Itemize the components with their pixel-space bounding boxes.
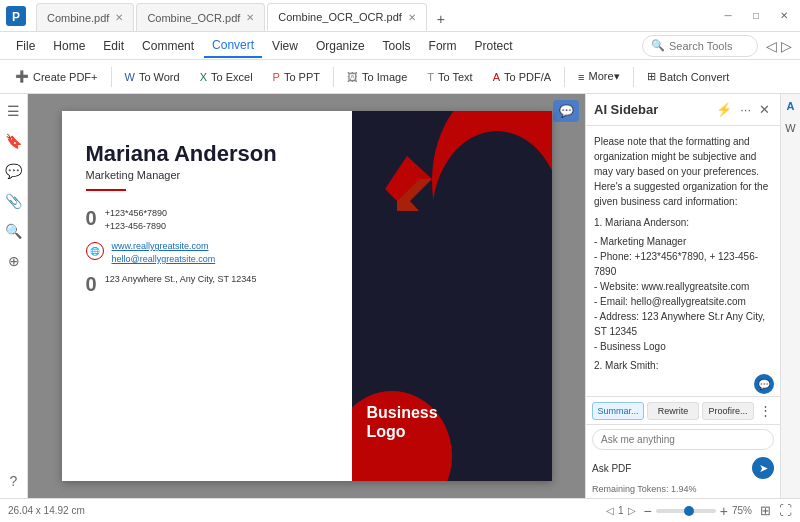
proofread-button[interactable]: Proofire... [702,402,754,420]
more-icon: ≡ [578,71,584,83]
next-page-icon[interactable]: ▷ [628,505,636,516]
tab-close-icon[interactable]: ✕ [408,12,416,23]
ai-close-icon[interactable]: ✕ [757,100,772,119]
ai-panel-icon-2[interactable]: W [783,120,799,136]
sidebar-thumbnails-icon[interactable]: ☰ [3,100,25,122]
zoom-slider[interactable] [656,509,716,513]
address-info: 123 Anywhere St., Any City, ST 12345 [105,273,257,286]
minimize-button[interactable]: ─ [716,6,740,26]
menu-comment[interactable]: Comment [134,34,202,58]
card-left: Mariana Anderson Marketing Manager 0 +12… [62,111,352,481]
ai-sidebar-header: AI Sidebar ⚡ ··· ✕ [586,94,780,126]
ai-input-area [586,424,780,454]
actions-more-icon[interactable]: ⋮ [757,401,774,420]
forward-icon[interactable]: ▷ [781,38,792,54]
summarize-button[interactable]: Summar... [592,402,644,420]
web-info: www.reallygreatsite.com hello@reallygrea… [112,240,216,265]
tab-combine-ocr-ocr-pdf[interactable]: Combine_OCR_OCR.pdf ✕ [267,3,427,31]
pdf-viewer[interactable]: 💬 Mariana Anderson Marketing Manager 0 +… [28,94,585,498]
menu-protect[interactable]: Protect [467,34,521,58]
sidebar-bookmarks-icon[interactable]: 🔖 [3,130,25,152]
ask-pdf-label: Ask PDF [592,463,631,474]
svg-text:P: P [12,10,20,24]
more-button[interactable]: ≡ More▾ [569,64,628,90]
menu-convert[interactable]: Convert [204,34,262,58]
business-card: Mariana Anderson Marketing Manager 0 +12… [62,111,552,481]
menu-view[interactable]: View [264,34,306,58]
divider2 [333,67,334,87]
website-link[interactable]: www.reallygreatsite.com [112,241,209,251]
ai-filter-icon[interactable]: ⚡ [714,100,734,119]
ai-ellipsis-icon[interactable]: ··· [738,100,753,119]
card-divider [86,189,126,191]
to-excel-button[interactable]: X To Excel [191,64,262,90]
tab-close-icon[interactable]: ✕ [246,12,254,23]
flutter-logo [377,151,437,224]
tab-label: Combine_OCR.pdf [147,12,240,24]
restore-button[interactable]: □ [744,6,768,26]
rewrite-button[interactable]: Rewrite [647,402,699,420]
to-image-button[interactable]: 🖼 To Image [338,64,416,90]
batch-convert-button[interactable]: ⊞ Batch Convert [638,64,739,90]
tab-combine-ocr-pdf[interactable]: Combine_OCR.pdf ✕ [136,3,265,31]
phone-row: 0 +123*456*7890 +123-456-7890 [86,207,328,232]
pdfa-icon: A [493,71,500,83]
tab-close-icon[interactable]: ✕ [115,12,123,23]
menu-file[interactable]: File [8,34,43,58]
ai-sidebar: AI Sidebar ⚡ ··· ✕ Please note that the … [585,94,780,498]
token-info: Remaining Tokens: 1.94% [586,482,780,498]
ai-ask-input[interactable] [592,429,774,450]
web-row: 🌐 www.reallygreatsite.com hello@reallygr… [86,240,328,265]
sidebar-search-icon[interactable]: 🔍 [3,220,25,242]
send-button[interactable]: ➤ [752,457,774,479]
fullscreen-icon[interactable]: ⛶ [779,503,792,518]
card-title: Marketing Manager [86,169,328,181]
chat-bubble-icon[interactable]: 💬 [553,100,579,122]
menu-form[interactable]: Form [421,34,465,58]
menu-home[interactable]: Home [45,34,93,58]
to-word-button[interactable]: W To Word [116,64,189,90]
zoom-level: 75% [732,505,752,516]
search-icon: 🔍 [651,39,665,52]
prev-page-icon[interactable]: ◁ [606,505,614,516]
zoom-out-icon[interactable]: − [644,503,652,519]
phone-zero: 0 [86,207,97,230]
create-icon: ➕ [15,70,29,83]
new-tab-button[interactable]: + [429,7,453,31]
search-input[interactable] [669,40,749,52]
web-icon: 🌐 [86,242,104,260]
tab-label: Combine.pdf [47,12,109,24]
close-button[interactable]: ✕ [772,6,796,26]
ai-actions: Summar... Rewrite Proofire... ⋮ [586,396,780,424]
tab-combine-pdf[interactable]: Combine.pdf ✕ [36,3,134,31]
phone-info: +123*456*7890 +123-456-7890 [105,207,167,232]
to-pdfa-button[interactable]: A To PDF/A [484,64,560,90]
main-area: ☰ 🔖 💬 📎 🔍 ⊕ ? 💬 Mariana Anderson Marketi… [0,94,800,498]
batch-icon: ⊞ [647,70,656,83]
fit-page-icon[interactable]: ⊞ [760,503,771,518]
toolbar: ➕ Create PDF+ W To Word X To Excel P To … [0,60,800,94]
back-icon[interactable]: ◁ [766,38,777,54]
create-pdf-button[interactable]: ➕ Create PDF+ [6,64,107,90]
menu-edit[interactable]: Edit [95,34,132,58]
to-text-button[interactable]: T To Text [418,64,481,90]
to-ppt-button[interactable]: P To PPT [264,64,329,90]
ai-panel-icon-1[interactable]: A [783,98,799,114]
app-logo: P [4,4,28,28]
menu-tools[interactable]: Tools [375,34,419,58]
sidebar-help-icon[interactable]: ? [3,470,25,492]
divider3 [564,67,565,87]
ai-blue-dot[interactable]: 💬 [754,374,774,394]
zoom-thumb [684,506,694,516]
email-link[interactable]: hello@reallygreatsite.com [112,254,216,264]
sidebar-layers-icon[interactable]: ⊕ [3,250,25,272]
menu-organize[interactable]: Organize [308,34,373,58]
sidebar-attachments-icon[interactable]: 📎 [3,190,25,212]
sidebar-comments-icon[interactable]: 💬 [3,160,25,182]
ppt-icon: P [273,71,280,83]
text-icon: T [427,71,434,83]
card-name: Mariana Anderson [86,141,328,167]
zoom-in-icon[interactable]: + [720,503,728,519]
card-right: Business Logo [352,111,552,481]
business-logo-text: Business Logo [367,403,547,441]
